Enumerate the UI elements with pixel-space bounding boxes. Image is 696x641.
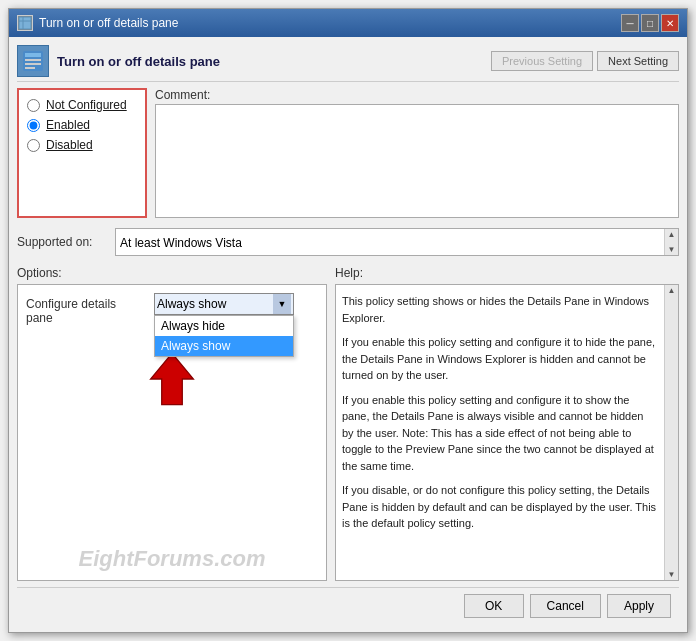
previous-setting-button[interactable]: Previous Setting — [491, 51, 593, 71]
bottom-bar: OK Cancel Apply — [17, 587, 679, 624]
help-label: Help: — [335, 266, 679, 280]
title-bar: Turn on or off details pane ─ □ ✕ — [9, 9, 687, 37]
help-panel: Help: This policy setting shows or hides… — [335, 266, 679, 581]
supported-on-label: Supported on: — [17, 235, 107, 249]
help-text: This policy setting shows or hides the D… — [336, 285, 664, 580]
help-para-2: If you enable this policy setting and co… — [342, 334, 658, 384]
radio-enabled[interactable]: Enabled — [27, 118, 137, 132]
cancel-button[interactable]: Cancel — [530, 594, 601, 618]
svg-rect-4 — [25, 53, 41, 57]
svg-rect-6 — [25, 63, 41, 65]
help-box: This policy setting shows or hides the D… — [335, 284, 679, 581]
svg-rect-0 — [19, 17, 31, 29]
nav-buttons: Previous Setting Next Setting — [491, 51, 679, 71]
comment-label: Comment: — [155, 88, 679, 102]
help-para-1: This policy setting shows or hides the D… — [342, 293, 658, 326]
radio-disabled-input[interactable] — [27, 139, 40, 152]
supported-scroll-down-icon: ▼ — [668, 245, 676, 254]
dropdown-selected[interactable]: Always show ▼ — [154, 293, 294, 315]
configure-details-label: Configure details pane — [26, 293, 146, 325]
options-box: Configure details pane Always show ▼ Alw… — [17, 284, 327, 581]
window-content: Turn on or off details pane Previous Set… — [9, 37, 687, 632]
help-para-4: If you disable, or do not configure this… — [342, 482, 658, 532]
radio-not-configured-label[interactable]: Not Configured — [46, 98, 127, 112]
radio-not-configured[interactable]: Not Configured — [27, 98, 137, 112]
svg-marker-8 — [151, 353, 194, 404]
arrow-up-svg — [142, 349, 202, 409]
window-title: Turn on or off details pane — [39, 16, 178, 30]
radio-group: Not Configured Enabled Disabled — [17, 88, 147, 218]
arrow-up-indicator — [26, 349, 318, 409]
dropdown-item-always-show[interactable]: Always show — [155, 336, 293, 356]
help-scrollbar[interactable]: ▲ ▼ — [664, 285, 678, 580]
configure-row: Configure details pane Always show ▼ Alw… — [26, 293, 318, 325]
main-content: Not Configured Enabled Disabled Comment: — [17, 88, 679, 581]
dropdown-wrapper: Always show ▼ Always hide Always show — [154, 293, 294, 315]
dropdown-selected-text: Always show — [157, 297, 273, 311]
title-controls: ─ □ ✕ — [621, 14, 679, 32]
supported-scroll-up-icon: ▲ — [668, 230, 676, 239]
window-icon — [17, 15, 33, 31]
supported-value: At least Windows Vista — [116, 229, 664, 255]
supported-value-box: At least Windows Vista ▲ ▼ — [115, 228, 679, 256]
watermark: EightForums.com — [18, 546, 326, 572]
apply-button[interactable]: Apply — [607, 594, 671, 618]
radio-disabled-label[interactable]: Disabled — [46, 138, 93, 152]
dropdown-list: Always hide Always show — [154, 315, 294, 357]
radio-enabled-label[interactable]: Enabled — [46, 118, 90, 132]
maximize-button[interactable]: □ — [641, 14, 659, 32]
dropdown-item-always-hide[interactable]: Always hide — [155, 316, 293, 336]
svg-rect-7 — [25, 67, 35, 69]
next-setting-button[interactable]: Next Setting — [597, 51, 679, 71]
header-title: Turn on or off details pane — [57, 54, 483, 69]
help-scroll-down-icon: ▼ — [668, 570, 676, 579]
options-label: Options: — [17, 266, 327, 280]
help-scroll-up-icon: ▲ — [668, 286, 676, 295]
radio-enabled-input[interactable] — [27, 119, 40, 132]
main-window: Turn on or off details pane ─ □ ✕ Turn o… — [8, 8, 688, 633]
svg-rect-5 — [25, 59, 41, 61]
title-bar-left: Turn on or off details pane — [17, 15, 178, 31]
options-panel: Options: Configure details pane Always s… — [17, 266, 327, 581]
top-section: Not Configured Enabled Disabled Comment: — [17, 88, 679, 218]
options-help-section: Options: Configure details pane Always s… — [17, 266, 679, 581]
close-button[interactable]: ✕ — [661, 14, 679, 32]
help-para-3: If you enable this policy setting and co… — [342, 392, 658, 475]
ok-button[interactable]: OK — [464, 594, 524, 618]
header-row: Turn on or off details pane Previous Set… — [17, 45, 679, 82]
header-icon — [17, 45, 49, 77]
comment-section: Comment: — [155, 88, 679, 218]
dropdown-arrow-icon: ▼ — [273, 294, 291, 314]
radio-disabled[interactable]: Disabled — [27, 138, 137, 152]
minimize-button[interactable]: ─ — [621, 14, 639, 32]
radio-not-configured-input[interactable] — [27, 99, 40, 112]
supported-scrollbar: ▲ ▼ — [664, 229, 678, 255]
comment-textarea[interactable] — [155, 104, 679, 218]
supported-section: Supported on: At least Windows Vista ▲ ▼ — [17, 224, 679, 260]
